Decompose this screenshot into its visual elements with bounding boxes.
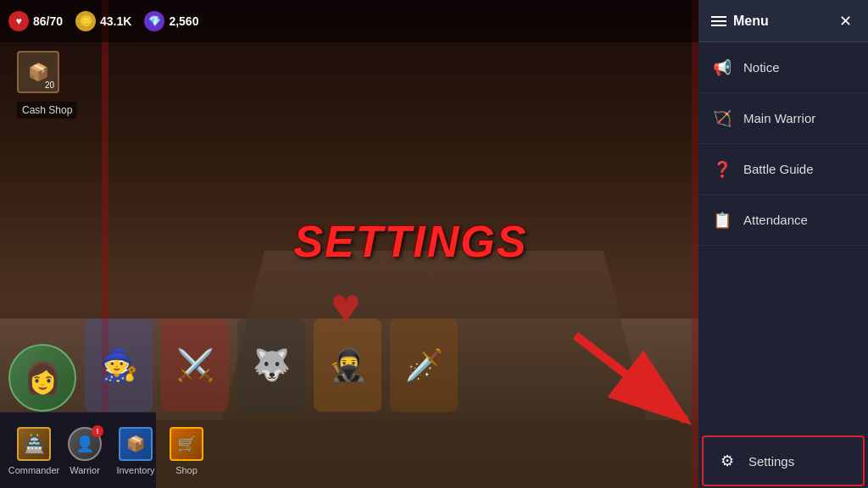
nav-shop[interactable]: 🛒 Shop xyxy=(161,426,212,475)
bottom-nav: 🏯 Commander 👤 ! Warrior 📦 Inventory 🛒 Sh… xyxy=(0,412,156,488)
menu-item-settings[interactable]: ⚙ Settings xyxy=(702,435,865,486)
stamina-icon: ♥ xyxy=(8,11,29,31)
item-box[interactable]: 📦 20 xyxy=(17,51,59,93)
attendance-icon: 📋 xyxy=(711,209,733,231)
char-sprite-4: 🥷 xyxy=(314,319,381,412)
char-sprite-3: 🐺 xyxy=(237,319,305,412)
item-count: 20 xyxy=(45,80,54,90)
right-pole xyxy=(692,0,698,488)
shop-label: Shop xyxy=(175,465,198,475)
menu-item-main-warrior[interactable]: 🏹 Main Warrior xyxy=(698,93,868,144)
inventory-label: Inventory xyxy=(116,465,154,475)
commander-icon: 🏯 xyxy=(17,427,51,461)
main-warrior-icon: 🏹 xyxy=(711,108,733,130)
gold-value: 43.1K xyxy=(100,14,131,28)
notice-icon: 📢 xyxy=(711,57,733,79)
crystal-hud: 💎 2,560 xyxy=(144,11,198,31)
attendance-label: Attendance xyxy=(743,213,808,227)
crystal-value: 2,560 xyxy=(169,14,198,28)
gold-hud: 🪙 43.1K xyxy=(75,11,131,31)
main-warrior-label: Main Warrior xyxy=(743,111,815,125)
inventory-icon-container: 📦 xyxy=(118,426,153,462)
nav-commander[interactable]: 🏯 Commander xyxy=(8,426,59,475)
warrior-label: Warrior xyxy=(70,465,100,475)
char-sprite-1: 🧙 xyxy=(85,319,153,412)
menu-item-attendance[interactable]: 📋 Attendance xyxy=(698,195,868,246)
inventory-icon: 📦 xyxy=(119,427,153,461)
stamina-value: 86/70 xyxy=(33,14,63,28)
commander-label: Commander xyxy=(8,465,60,475)
character-portrait[interactable]: 👩 xyxy=(8,344,76,412)
nav-inventory[interactable]: 📦 Inventory xyxy=(110,426,161,475)
cash-shop-label[interactable]: Cash Shop xyxy=(17,102,77,119)
char-sprite-2: ⚔️ xyxy=(161,319,229,412)
gold-icon: 🪙 xyxy=(75,11,96,31)
warrior-icon-container: 👤 ! xyxy=(67,426,103,462)
side-menu: Menu ✕ 📢 Notice 🏹 Main Warrior ❓ Battle … xyxy=(698,0,868,488)
char-sprite-5: 🗡️ xyxy=(390,319,458,412)
nav-warrior[interactable]: 👤 ! Warrior xyxy=(59,426,110,475)
warrior-badge: ! xyxy=(92,425,103,437)
menu-spacer xyxy=(698,246,868,434)
warrior-icon: 👤 ! xyxy=(68,427,102,461)
battle-guide-icon: ❓ xyxy=(711,158,733,180)
shop-icon: 🛒 xyxy=(170,427,203,461)
crystal-icon: 💎 xyxy=(144,11,164,31)
menu-item-battle-guide[interactable]: ❓ Battle Guide xyxy=(698,144,868,195)
menu-header: Menu ✕ xyxy=(698,0,868,42)
settings-label: Settings xyxy=(748,454,794,469)
menu-item-notice[interactable]: 📢 Notice xyxy=(698,42,868,93)
menu-title-area: Menu xyxy=(711,14,769,29)
notice-label: Notice xyxy=(743,60,780,75)
settings-icon: ⚙ xyxy=(716,450,738,472)
hamburger-icon xyxy=(711,16,726,26)
battle-guide-label: Battle Guide xyxy=(743,162,814,176)
shop-icon-container: 🛒 xyxy=(169,426,204,462)
menu-title: Menu xyxy=(733,14,769,29)
menu-close-button[interactable]: ✕ xyxy=(835,11,855,31)
stamina-hud: ♥ 86/70 xyxy=(8,11,63,31)
commander-icon-container: 🏯 xyxy=(16,426,52,462)
characters-area: 🧙 ⚔️ 🐺 🥷 🗡️ xyxy=(85,242,593,412)
